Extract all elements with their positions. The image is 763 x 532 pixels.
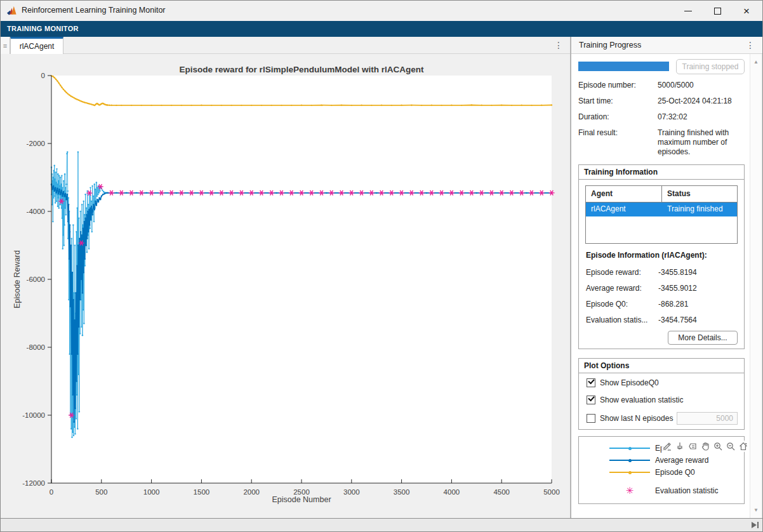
x-tick-label: 4500 [493, 488, 510, 496]
legend-marker-dot [628, 459, 632, 462]
show-episodeq0-option[interactable]: Show EpisodeQ0 [587, 378, 659, 387]
matlab-logo-icon [7, 6, 18, 16]
legend-asterisk-marker: ✳ [609, 485, 650, 496]
x-tick-label: 5000 [543, 488, 560, 496]
show-last-n-episodes-checkbox[interactable] [587, 414, 595, 423]
app-window: Reinforcement Learning Training Monitor … [0, 0, 763, 532]
window-title: Reinforcement Learning Training Monitor [22, 6, 166, 15]
stat-label: Evaluation statis... [586, 316, 658, 324]
close-button[interactable]: × [732, 1, 761, 21]
legend-entry-average-reward[interactable]: Average reward [609, 456, 709, 465]
x-tick-label: 3500 [394, 488, 410, 496]
legend-label: Episode Q0 [655, 468, 695, 477]
stat-label: Episode Q0: [586, 300, 658, 309]
legend-label: Evaluation statistic [655, 486, 718, 495]
x-axis-label: Episode Number [272, 495, 331, 504]
field-value: 07:32:02 [658, 112, 745, 122]
training-information-title: Training Information [579, 165, 744, 180]
panel-title: Training Progress [579, 41, 641, 50]
checkbox-label: Show evaluation statistic [600, 396, 683, 404]
ribbon-tab-training-monitor[interactable]: TRAINING MONITOR [7, 25, 79, 32]
field-label: Episode number: [578, 81, 658, 90]
export-icon[interactable] [661, 441, 673, 452]
brush-icon[interactable] [674, 441, 686, 452]
tab-overflow-button[interactable]: ≡ [1, 37, 10, 54]
tab-rlacagent[interactable]: rlACAgent [10, 37, 63, 54]
scroll-down-icon[interactable]: ▼ [750, 507, 762, 513]
legend-entry-evaluation-statistic[interactable]: ✳ Evaluation statistic [609, 485, 718, 496]
figure-area: Episode reward for rlSimplePendulumModel… [1, 54, 570, 518]
tab-bar-menu-button[interactable]: ⋮ [554, 41, 563, 50]
legend-marker-dot [628, 447, 632, 450]
progress-fill [578, 62, 669, 71]
minimize-button[interactable] [673, 1, 703, 21]
show-episodeq0-checkbox[interactable] [587, 378, 595, 387]
table-header-row: Agent Status [586, 186, 737, 203]
training-progress-bar [578, 62, 669, 71]
legend-line-sample [609, 460, 650, 461]
evaluation-statistic-stat-row: Evaluation statis... -3454.7564 [586, 316, 738, 324]
field-label: Duration: [578, 112, 658, 122]
toolstrip-ribbon: TRAINING MONITOR [1, 21, 762, 37]
datatips-icon[interactable] [687, 441, 698, 452]
more-details-label: More Details... [678, 333, 727, 342]
legend-panel: Epis Average reward Episode Q0 ✳ Evaluat… [578, 436, 745, 504]
stat-value: -3454.7564 [658, 316, 738, 324]
stat-label: Episode reward: [586, 268, 658, 277]
x-tick-label: 3000 [343, 488, 360, 496]
home-icon[interactable] [738, 441, 749, 452]
episode-reward-chart[interactable]: Episode reward for rlSimplePendulumModel… [1, 54, 570, 518]
field-value: 5000/5000 [658, 81, 745, 90]
episode-information-title: Episode Information (rlACAgent): [586, 251, 707, 260]
show-evaluation-statistic-checkbox[interactable] [587, 396, 595, 404]
training-information-group: Training Information Agent Status rlACAg… [578, 164, 745, 349]
skip-to-end-icon[interactable] [752, 522, 759, 528]
pan-icon[interactable] [700, 441, 711, 452]
zoom-in-icon[interactable] [712, 441, 724, 452]
more-details-button[interactable]: More Details... [668, 331, 738, 345]
stat-label: Average reward: [586, 284, 658, 293]
x-tick-label: 1500 [194, 488, 210, 496]
training-progress-panel-header: Training Progress ⋮ [571, 37, 763, 54]
table-row[interactable]: rlACAgent Training finished [586, 203, 737, 216]
average-reward-stat-row: Average reward: -3455.9012 [586, 284, 738, 293]
bottom-scroll-strip[interactable] [1, 518, 763, 532]
y-tick-label: -12000 [22, 479, 45, 487]
y-axis-label: Episode Reward [13, 250, 22, 309]
plot-area[interactable] [51, 76, 552, 483]
show-evaluation-statistic-option[interactable]: Show evaluation statistic [587, 396, 683, 404]
training-stopped-label: Training stopped [682, 62, 739, 71]
field-value: Training finished with maximum number of… [658, 128, 745, 157]
panel-menu-button[interactable]: ⋮ [746, 41, 755, 50]
legend-line-sample [609, 472, 650, 473]
document-tab-bar: ≡ rlACAgent ⋮ [1, 37, 571, 54]
checkbox-label: Show EpisodeQ0 [600, 378, 659, 387]
duration-row: Duration: 07:32:02 [578, 112, 745, 122]
plot-options-group: Plot Options Show EpisodeQ0 Show evaluat… [578, 358, 745, 430]
final-result-row: Final result: Training finished with max… [578, 128, 745, 157]
legend-marker-dot [628, 471, 632, 474]
episode-number-row: Episode number: 5000/5000 [578, 81, 745, 90]
show-last-n-episodes-option[interactable]: Show last N episodes [587, 414, 673, 423]
status-column-header[interactable]: Status [662, 186, 737, 202]
hamburger-icon: ≡ [3, 42, 7, 50]
scroll-up-icon[interactable]: ▲ [750, 59, 762, 65]
y-tick-label: -10000 [22, 411, 45, 419]
panel-scrollbar[interactable]: ▲ ▼ [750, 54, 761, 518]
legend-entry-episode-q0[interactable]: Episode Q0 [609, 468, 695, 477]
episode-q0-stat-row: Episode Q0: -868.281 [586, 300, 738, 309]
minimize-icon [684, 11, 692, 11]
y-tick-label: -2000 [27, 140, 45, 147]
zoom-out-icon[interactable] [725, 441, 736, 452]
y-tick-label: -8000 [27, 343, 45, 351]
episode-reward-stat-row: Episode reward: -3455.8194 [586, 268, 738, 277]
stat-value: -868.281 [658, 300, 738, 309]
y-tick-label: -6000 [27, 276, 45, 283]
x-tick-label: 500 [95, 488, 107, 496]
field-label: Start time: [578, 96, 658, 106]
legend-line-sample [609, 448, 650, 449]
maximize-icon [714, 8, 721, 15]
maximize-button[interactable] [703, 1, 732, 21]
agent-column-header[interactable]: Agent [586, 186, 662, 202]
checkbox-label: Show last N episodes [600, 414, 673, 423]
